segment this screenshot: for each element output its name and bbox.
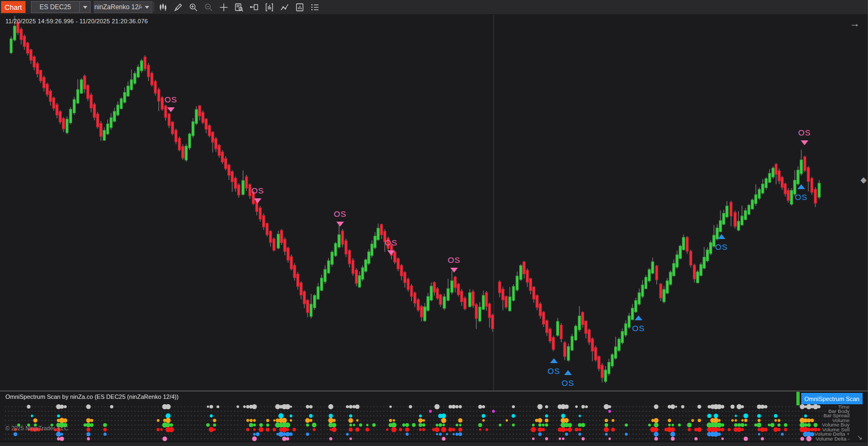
renko-bar-down (20, 29, 23, 40)
renko-bar-up (618, 339, 621, 351)
renko-bar-down (93, 105, 96, 118)
resize-corner-icon[interactable]: ↘ (857, 434, 863, 441)
omnispectrum-scan-button[interactable]: OmniSpectrum Scan (801, 393, 863, 404)
renko-bar-down (588, 330, 591, 342)
renko-bar-up (676, 255, 679, 267)
report-icon[interactable] (293, 1, 305, 13)
candlestick-chart-icon[interactable] (157, 1, 169, 13)
renko-bar-down (175, 130, 177, 142)
renko-bar-down (529, 279, 532, 291)
crosshair-icon[interactable] (218, 1, 229, 13)
list-icon[interactable] (309, 1, 321, 13)
renko-bar-up (103, 130, 106, 140)
renko-bar-up (185, 146, 188, 160)
renko-bar-up (447, 289, 450, 301)
renko-bar-up (741, 216, 743, 225)
renko-bar-up (331, 252, 334, 264)
renko-bar-up (682, 237, 685, 250)
renko-bar-up (719, 221, 722, 232)
time-axis[interactable] (0, 442, 868, 446)
renko-bar-down (775, 164, 777, 174)
last-price-marker: ◆ (860, 175, 867, 185)
renko-bar-up (141, 61, 143, 71)
renko-bar-down (552, 338, 555, 350)
date-range-label: 11/20/2025 14:59:26.996 - 11/20/2025 21:… (5, 18, 148, 24)
renko-bar-up (748, 205, 750, 215)
renko-bar-down (300, 283, 303, 295)
renko-bar-down (43, 77, 46, 88)
renko-bar-up (628, 316, 630, 327)
renko-bar-down (218, 145, 221, 156)
renko-bar-down (542, 312, 545, 325)
renko-bar-down (269, 231, 272, 242)
renko-bar-up (137, 67, 139, 77)
renko-bar-up (478, 307, 481, 321)
period-selector[interactable]: ninZaRenko 12/4 (94, 1, 152, 13)
renko-bar-down (601, 365, 604, 378)
renko-bar-down (655, 266, 658, 280)
renko-bar-up (110, 118, 112, 128)
renko-bar-down (205, 119, 208, 129)
renko-bar-up (751, 200, 754, 209)
os-buy-signal: OS (795, 184, 808, 202)
renko-bar-up (726, 206, 729, 217)
renko-bar-up (80, 80, 83, 93)
renko-bar-down (488, 303, 491, 318)
scroll-to-latest-arrow[interactable]: → (850, 18, 860, 29)
renko-bar-down (533, 287, 535, 300)
renko-bar-up (73, 99, 76, 113)
renko-bar-up (516, 276, 519, 290)
renko-bar-down (238, 185, 240, 195)
renko-bar-down (730, 202, 732, 216)
chart-menu-button[interactable]: Chart (1, 1, 25, 13)
renko-bar-up (700, 264, 703, 276)
drawing-line-icon[interactable] (278, 1, 290, 13)
copyright-label: © 2025 NinjaTrader, LLC (5, 425, 68, 431)
renko-bar-down (280, 230, 283, 243)
renko-bar-down (787, 190, 790, 201)
renko-bar-down (400, 266, 403, 276)
renko-bar-down (523, 262, 526, 274)
renko-bar-down (164, 106, 167, 118)
renko-bar-up (758, 189, 761, 198)
renko-bar-down (439, 295, 442, 305)
renko-bar-up (818, 183, 821, 197)
renko-bar-up (703, 257, 706, 269)
zoom-out-icon (202, 1, 214, 13)
renko-bar-up (365, 260, 367, 272)
svg-text:OS: OS (448, 255, 461, 264)
renko-bar-up (615, 347, 617, 358)
renko-bar-up (762, 184, 764, 193)
renko-bar-down (341, 231, 344, 244)
renko-bar-up (768, 173, 771, 183)
renko-bar-up (706, 250, 709, 261)
renko-bar-down (492, 315, 494, 329)
renko-bar-up (277, 234, 280, 248)
renko-bar-down (407, 279, 410, 290)
indicator-panel-icon[interactable] (263, 1, 275, 13)
renko-bar-down (53, 98, 55, 108)
renko-bar-up (76, 89, 79, 103)
renko-bar-down (549, 329, 552, 341)
renko-bar-down (100, 124, 103, 137)
price-chart-canvas[interactable]: OSOSOSOSOSOSOSOSOSOSOS (0, 14, 868, 391)
renko-bar-down (420, 306, 423, 317)
data-series-icon[interactable] (233, 1, 245, 13)
svg-text:OS: OS (632, 324, 645, 333)
chevron-down-icon (79, 2, 90, 12)
indicator-panel: OmniSpectrum Scan by ninZa.co (ES DEC25 … (0, 391, 868, 442)
renko-bar-down (352, 260, 354, 274)
renko-bar-down (40, 70, 42, 81)
renko-bar-down (436, 288, 439, 298)
zoom-in-icon[interactable] (187, 1, 199, 13)
instrument-selector[interactable]: ES DEC25 (31, 1, 91, 13)
svg-text:OS: OS (334, 209, 347, 218)
renko-bar-up (744, 211, 747, 220)
renko-bar-up (320, 278, 323, 290)
pencil-icon[interactable] (172, 1, 184, 13)
renko-bar-up (635, 300, 637, 312)
renko-bar-down (810, 178, 813, 192)
chart-trader-icon[interactable] (248, 1, 260, 13)
renko-bar-down (212, 132, 214, 143)
renko-bar-down (485, 293, 488, 307)
